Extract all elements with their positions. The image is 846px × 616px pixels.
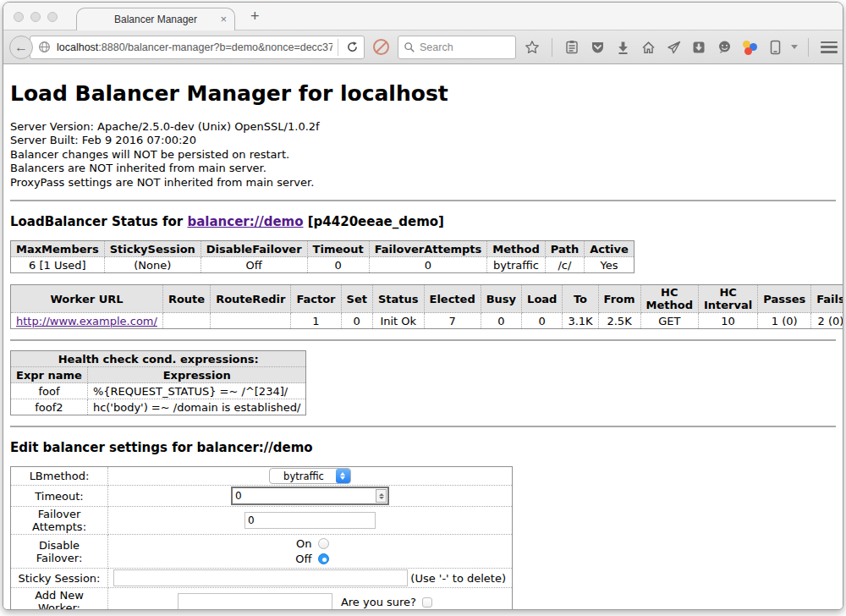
reload-icon[interactable] <box>343 38 360 57</box>
search-bar[interactable] <box>398 36 516 59</box>
disable-failover-off-radio[interactable] <box>318 553 329 564</box>
table-title-row: Health check cond. expressions: <box>11 351 306 367</box>
globe-icon <box>36 38 52 57</box>
reading-list-icon[interactable] <box>563 38 580 57</box>
url-bar[interactable]: localhost:8880/balancer-manager?b=demo&n… <box>30 36 365 59</box>
column-header: HC Interval <box>698 285 757 313</box>
menu-icon[interactable] <box>821 41 838 53</box>
sticky-session-cell: (Use '-' to delete) <box>108 569 513 588</box>
home-icon[interactable] <box>640 38 656 57</box>
divider <box>10 200 836 201</box>
lbmethod-cell: bytraffic <box>108 467 513 486</box>
cell-failoverattempts: 0 <box>369 257 487 273</box>
close-window-button[interactable] <box>14 12 24 22</box>
save-page-icon[interactable] <box>690 38 707 57</box>
chat-icon[interactable] <box>716 38 733 57</box>
cell-passes: 1 (0) <box>758 313 811 329</box>
cell-expr-name: foof <box>11 383 88 399</box>
search-icon <box>404 41 415 53</box>
are-you-sure-checkbox[interactable] <box>422 597 432 608</box>
number-spinner-icon[interactable] <box>376 489 387 503</box>
column-header: From <box>598 285 640 313</box>
divider <box>10 426 836 427</box>
divider <box>338 39 338 56</box>
column-header: DisableFailover <box>201 241 307 257</box>
balancer-demo-link[interactable]: balancer://demo <box>187 214 303 229</box>
balancer-status-table: MaxMembers StickySession DisableFailover… <box>10 240 634 273</box>
sticky-session-label: Sticky Session: <box>11 569 108 588</box>
column-header: Fails <box>811 285 843 313</box>
navigation-toolbar: ← localhost:8880/balancer-manager?b=demo… <box>3 30 843 64</box>
are-you-sure-group: Are you sure? <box>341 596 432 608</box>
colors-icon[interactable] <box>742 40 757 55</box>
column-header: Route <box>162 285 210 313</box>
lbmethod-select[interactable]: bytraffic <box>269 468 351 484</box>
sticky-session-hint: (Use '-' to delete) <box>410 572 507 585</box>
download-icon[interactable] <box>614 38 631 57</box>
cell-fails: 2 (0) <box>811 313 843 329</box>
cell-to: 3.1K <box>563 313 598 329</box>
cell-path: /c/ <box>545 257 584 273</box>
form-row-sticky-session: Sticky Session: (Use '-' to delete) <box>11 569 513 588</box>
cell-status: Init Ok <box>372 313 424 329</box>
worker-table: Worker URL Route RouteRedir Factor Set S… <box>10 284 843 329</box>
minimize-window-button[interactable] <box>30 12 41 22</box>
device-icon[interactable] <box>766 38 783 57</box>
cell-elected: 7 <box>424 313 481 329</box>
content-block-icon[interactable] <box>373 39 389 55</box>
cell-maxmembers: 6 [1 Used] <box>11 257 105 273</box>
server-version-line: Server Version: Apache/2.5.0-dev (Unix) … <box>10 120 836 134</box>
lbmethod-selected-value: bytraffic <box>283 470 336 482</box>
back-button[interactable]: ← <box>9 36 33 59</box>
table-row: foof %{REQUEST_STATUS} =~ /^[234]/ <box>11 383 306 399</box>
heading-prefix: LoadBalancer Status for <box>10 214 187 229</box>
add-worker-label: Add New Worker: <box>11 588 108 609</box>
timeout-input-wrap <box>231 487 389 505</box>
bookmark-star-icon[interactable] <box>524 38 541 57</box>
form-row-add-worker: Add New Worker: Are you sure? <box>11 588 513 609</box>
cell-timeout: 0 <box>307 257 369 273</box>
page-title: Load Balancer Manager for localhost <box>10 81 836 106</box>
tab-close-icon[interactable]: × <box>220 13 227 25</box>
search-input[interactable] <box>420 41 504 53</box>
cell-set: 0 <box>341 313 372 329</box>
radio-on-label: On <box>292 537 312 550</box>
failover-attempts-input[interactable] <box>244 512 376 529</box>
cell-load: 0 <box>522 313 563 329</box>
new-tab-button[interactable]: + <box>250 8 260 25</box>
send-icon[interactable] <box>665 38 682 57</box>
disable-failover-cell: On Off <box>108 535 513 569</box>
cell-busy: 0 <box>481 313 521 329</box>
radio-off-label: Off <box>292 553 312 565</box>
tab-balancer-manager[interactable]: Balancer Manager × <box>76 8 235 30</box>
balancer-settings-form: LBmethod: bytraffic Timeout: <box>10 466 513 609</box>
form-row-timeout: Timeout: <box>11 486 513 507</box>
heading-suffix: [p4420eeae_demo] <box>304 214 444 229</box>
cell-expression: hc('body') =~ /domain is established/ <box>87 399 306 415</box>
window-controls <box>14 12 58 22</box>
url-text: localhost:8880/balancer-manager?b=demo&n… <box>57 41 332 53</box>
zoom-window-button[interactable] <box>47 12 58 22</box>
divider <box>10 339 836 341</box>
health-table-title: Health check cond. expressions: <box>11 351 306 367</box>
table-row: foof2 hc('body') =~ /domain is establish… <box>11 399 306 415</box>
column-header: FailoverAttempts <box>369 241 487 257</box>
url-path: :8880/balancer-manager?b=demo&nonce=decc… <box>98 41 332 53</box>
timeout-input[interactable] <box>233 490 376 502</box>
column-header: Worker URL <box>11 285 163 313</box>
disable-failover-on-radio[interactable] <box>318 538 329 549</box>
dropdown-caret-icon[interactable] <box>791 45 798 49</box>
tab-bar: Balancer Manager × + <box>3 3 843 30</box>
column-header: Set <box>341 285 372 313</box>
health-check-table: Health check cond. expressions: Expr nam… <box>10 350 306 415</box>
edit-settings-heading: Edit balancer settings for balancer://de… <box>10 440 836 455</box>
pocket-icon[interactable] <box>589 38 606 57</box>
cell-stickysession: (None) <box>104 257 201 273</box>
add-worker-input[interactable] <box>178 593 332 609</box>
sticky-session-input[interactable] <box>113 569 408 586</box>
column-header: Load <box>522 285 563 313</box>
are-you-sure-label: Are you sure? <box>341 596 416 608</box>
column-header: HC Method <box>640 285 698 313</box>
table-row: 6 [1 Used] (None) Off 0 0 bytraffic /c/ … <box>11 257 634 273</box>
worker-url-link[interactable]: http://www.example.com/ <box>16 315 157 327</box>
